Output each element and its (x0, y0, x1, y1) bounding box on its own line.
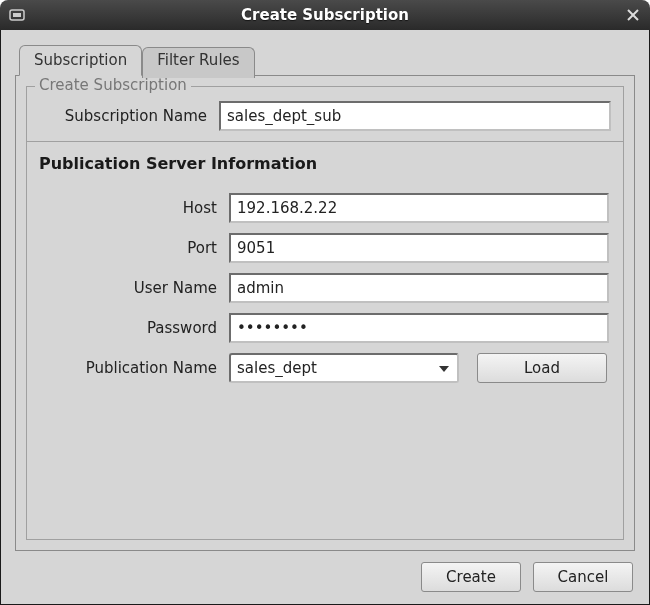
subscription-name-input[interactable] (219, 101, 611, 131)
host-input[interactable] (229, 193, 609, 223)
label-user-name: User Name (39, 279, 229, 297)
tab-pane-subscription: Create Subscription Subscription Name Pu… (15, 75, 635, 551)
cancel-button[interactable]: Cancel (533, 562, 633, 592)
password-input[interactable] (229, 313, 609, 343)
label-port: Port (39, 239, 229, 257)
label-host: Host (39, 199, 229, 217)
tab-filter-rules[interactable]: Filter Rules (142, 47, 254, 78)
load-button[interactable]: Load (477, 353, 607, 383)
group-title: Create Subscription (35, 76, 191, 94)
publication-name-select[interactable]: sales_dept (229, 353, 459, 383)
title-bar: Create Subscription (0, 0, 650, 30)
label-publication-name: Publication Name (39, 359, 229, 377)
dialog-button-bar: Create Cancel (15, 550, 635, 594)
port-input[interactable] (229, 233, 609, 263)
group-create-subscription: Create Subscription Subscription Name Pu… (26, 86, 624, 540)
window-title: Create Subscription (26, 6, 624, 24)
svg-rect-1 (13, 13, 21, 17)
tabs: Subscription Filter Rules Create Subscri… (15, 44, 635, 550)
label-subscription-name: Subscription Name (39, 107, 219, 125)
create-button[interactable]: Create (421, 562, 521, 592)
close-icon[interactable] (624, 6, 642, 24)
app-icon (8, 6, 26, 24)
label-password: Password (39, 319, 229, 337)
tab-subscription[interactable]: Subscription (19, 45, 142, 76)
user-name-input[interactable] (229, 273, 609, 303)
divider (27, 141, 623, 142)
dialog-client: Subscription Filter Rules Create Subscri… (0, 30, 650, 605)
section-title: Publication Server Information (39, 154, 611, 173)
